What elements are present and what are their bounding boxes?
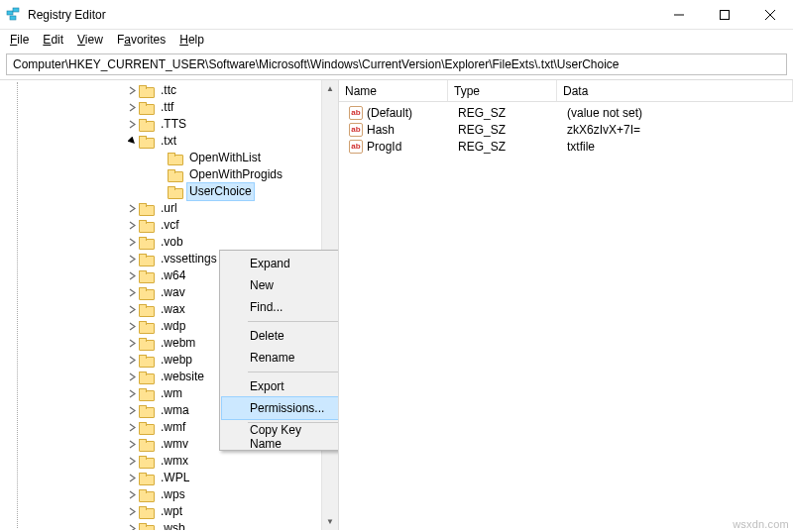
folder-icon xyxy=(139,488,155,502)
string-value-icon xyxy=(349,106,363,120)
expand-icon[interactable] xyxy=(125,303,139,317)
maximize-button[interactable] xyxy=(702,0,747,30)
ctx-rename[interactable]: Rename xyxy=(222,347,339,369)
tree-item[interactable]: .TTS xyxy=(0,116,338,133)
tree-item-label: .TTS xyxy=(159,116,188,133)
tree-item[interactable]: .wsb xyxy=(0,520,338,530)
value-row[interactable]: ProgIdREG_SZtxtfile xyxy=(339,138,793,155)
tree-item-label: .wmf xyxy=(159,419,187,436)
svg-rect-3 xyxy=(721,10,730,19)
values-list[interactable]: (Default)REG_SZ(value not set)HashREG_SZ… xyxy=(339,102,793,155)
folder-icon xyxy=(139,354,155,368)
expand-icon[interactable] xyxy=(125,505,139,519)
folder-icon xyxy=(139,303,155,317)
tree-item[interactable]: .wmx xyxy=(0,453,338,470)
expand-icon[interactable] xyxy=(125,354,139,368)
ctx-delete[interactable]: Delete xyxy=(222,325,339,347)
expand-icon[interactable] xyxy=(125,320,139,334)
value-name: (Default) xyxy=(367,106,412,120)
tree-item-label: .website xyxy=(159,369,206,385)
tree-item-label: .w64 xyxy=(159,267,187,284)
col-name[interactable]: Name xyxy=(339,80,448,101)
folder-icon xyxy=(139,337,155,351)
value-row[interactable]: HashREG_SZzkX6zIvX+7I= xyxy=(339,121,793,138)
expand-icon[interactable] xyxy=(125,488,139,502)
expand-icon[interactable] xyxy=(125,84,139,98)
value-row[interactable]: (Default)REG_SZ(value not set) xyxy=(339,104,793,121)
expand-icon[interactable] xyxy=(125,219,139,233)
menubar: File Edit View Favorites Help xyxy=(0,30,793,50)
folder-icon xyxy=(139,269,155,283)
ctx-expand[interactable]: Expand xyxy=(222,253,339,274)
collapse-icon[interactable] xyxy=(125,135,139,149)
value-type: REG_SZ xyxy=(452,140,561,154)
menu-favorites[interactable]: Favorites xyxy=(111,32,171,48)
ctx-find[interactable]: Find... xyxy=(222,296,339,318)
scroll-up-icon[interactable]: ▲ xyxy=(322,80,338,97)
tree-item-label: .WPL xyxy=(159,470,191,486)
menu-edit[interactable]: Edit xyxy=(37,32,69,48)
value-data: (value not set) xyxy=(561,106,793,120)
expand-icon[interactable] xyxy=(125,118,139,132)
expand-icon[interactable] xyxy=(125,522,139,531)
folder-icon xyxy=(168,152,183,165)
ctx-new[interactable]: New xyxy=(222,274,339,296)
tree-item[interactable]: .vob xyxy=(0,234,338,251)
value-type: REG_SZ xyxy=(452,106,561,120)
minimize-button[interactable] xyxy=(656,0,702,30)
tree-item[interactable]: OpenWithList xyxy=(0,150,338,166)
expand-icon[interactable] xyxy=(125,253,139,266)
expand-icon[interactable] xyxy=(125,387,139,401)
folder-icon xyxy=(139,202,155,216)
menu-help[interactable]: Help xyxy=(173,32,210,48)
ctx-permissions[interactable]: Permissions... xyxy=(222,397,339,419)
expand-icon[interactable] xyxy=(125,371,139,384)
expand-icon[interactable] xyxy=(125,438,139,452)
svg-rect-2 xyxy=(10,16,16,20)
tree-item-label: OpenWithList xyxy=(187,150,263,166)
expand-icon[interactable] xyxy=(125,101,139,115)
folder-icon xyxy=(139,505,155,519)
expand-icon[interactable] xyxy=(125,269,139,283)
scroll-down-icon[interactable]: ▼ xyxy=(322,513,338,530)
expand-icon[interactable] xyxy=(125,421,139,435)
tree-item[interactable]: .txt xyxy=(0,133,338,150)
address-text: Computer\HKEY_CURRENT_USER\Software\Micr… xyxy=(13,57,620,71)
menu-file[interactable]: File xyxy=(4,32,35,48)
tree-item-label: .txt xyxy=(159,133,178,150)
tree-item[interactable]: .url xyxy=(0,200,338,217)
tree-item[interactable]: .ttc xyxy=(0,82,338,99)
ctx-export[interactable]: Export xyxy=(222,375,339,397)
tree-item-label: .ttf xyxy=(159,99,175,116)
col-data[interactable]: Data xyxy=(557,80,793,101)
expand-icon[interactable] xyxy=(125,404,139,418)
tree-item[interactable]: OpenWithProgids xyxy=(0,166,338,183)
folder-icon xyxy=(139,421,155,435)
tree-item-label: .url xyxy=(159,200,179,217)
tree-item[interactable]: UserChoice xyxy=(0,183,338,200)
tree-item-label: .wps xyxy=(159,486,187,503)
tree-item[interactable]: .wpt xyxy=(0,503,338,520)
expand-icon[interactable] xyxy=(125,202,139,216)
expand-icon[interactable] xyxy=(125,236,139,250)
expand-icon[interactable] xyxy=(125,286,139,300)
tree-item[interactable]: .wps xyxy=(0,486,338,503)
value-data: zkX6zIvX+7I= xyxy=(561,123,793,137)
tree-item[interactable]: .vcf xyxy=(0,217,338,234)
ctx-copy-key-name[interactable]: Copy Key Name xyxy=(222,426,339,448)
expand-icon[interactable] xyxy=(125,337,139,351)
col-type[interactable]: Type xyxy=(448,80,557,101)
folder-icon xyxy=(168,168,183,182)
menu-view[interactable]: View xyxy=(71,32,109,48)
tree-item[interactable]: .ttf xyxy=(0,99,338,116)
expand-icon[interactable] xyxy=(125,472,139,485)
folder-icon xyxy=(139,371,155,384)
tree-item-label: .vob xyxy=(159,234,185,251)
tree-item-label: OpenWithProgids xyxy=(187,166,284,183)
folder-icon xyxy=(139,472,155,485)
tree-item[interactable]: .WPL xyxy=(0,470,338,486)
address-bar[interactable]: Computer\HKEY_CURRENT_USER\Software\Micr… xyxy=(6,53,787,75)
value-name: Hash xyxy=(367,123,395,137)
expand-icon[interactable] xyxy=(125,455,139,469)
close-button[interactable] xyxy=(747,0,793,30)
